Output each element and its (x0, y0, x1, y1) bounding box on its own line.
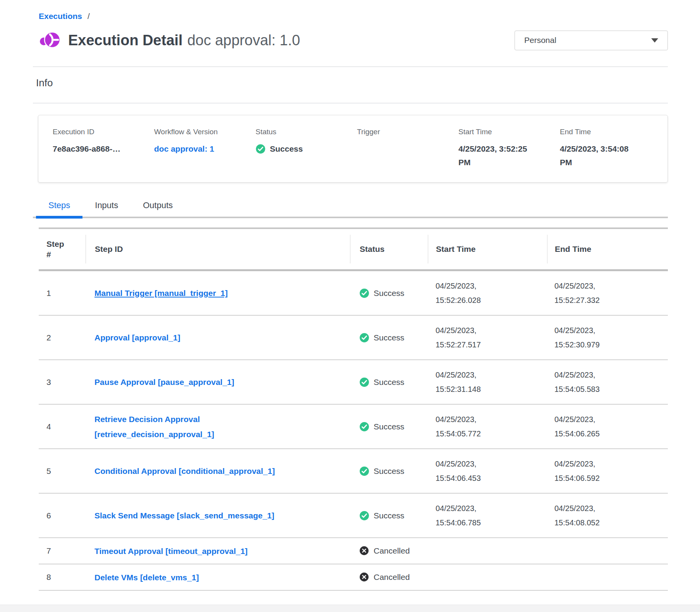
table-row: 4Retrieve Decision Approval[retrieve_dec… (39, 405, 668, 449)
info-divider (33, 103, 668, 103)
execution-id-value: 7e8ac396-a868-… (53, 142, 154, 156)
page-title: Execution Detail (68, 32, 183, 48)
column-header-start-time: Start Time (428, 235, 547, 263)
step-start-time: 04/25/2023,15:54:06.785 (428, 501, 547, 530)
step-link[interactable]: Conditional Approval [conditional_approv… (94, 463, 275, 479)
step-status: Success (374, 511, 404, 520)
column-header-step-id: Step ID (86, 235, 350, 263)
table-row: 8Delete VMs [delete_vms_1]Cancelled (39, 564, 668, 591)
tabbar: Steps Inputs Outputs (33, 200, 668, 218)
step-link[interactable]: Approval [approval_1] (94, 330, 180, 345)
info-heading: Info (36, 77, 668, 89)
step-status: Success (374, 422, 404, 431)
execution-detail-page: Executions/ Execution Detaildoc approval… (33, 0, 668, 591)
steps-table-body: 1Manual Trigger [manual_trigger_1]Succes… (39, 271, 668, 591)
step-link[interactable]: Slack Send Message [slack_send_message_1… (94, 508, 275, 523)
check-circle-icon (359, 288, 369, 298)
status-field: Status Success (256, 128, 357, 182)
check-circle-icon (359, 422, 369, 432)
check-circle-icon (359, 333, 369, 343)
workflow-version-field: Workflow & Version doc approval: 1 (154, 128, 256, 182)
breadcrumb-separator: / (88, 12, 90, 21)
title-divider (33, 67, 668, 67)
page-bottom-background (0, 605, 700, 612)
step-number: 1 (39, 289, 86, 298)
step-end-time: 04/25/2023,15:54:08.052 (547, 501, 668, 530)
check-circle-icon (359, 466, 369, 476)
end-time-value: 4/25/2023, 3:54:08 PM (560, 142, 639, 169)
workspace-dropdown-value: Personal (524, 36, 556, 45)
start-time-value: 4/25/2023, 3:52:25 PM (458, 142, 538, 169)
step-start-time: 04/25/2023,15:54:05.772 (428, 412, 547, 441)
status-value: Success (270, 142, 303, 156)
step-end-time: 04/25/2023,15:54:05.583 (547, 368, 668, 397)
execution-id-label: Execution ID (53, 128, 154, 136)
step-end-time: 04/25/2023,15:52:30.979 (547, 323, 668, 352)
breadcrumb-link-executions[interactable]: Executions (39, 12, 82, 21)
steps-table: Step # Step ID Status Start Time End Tim… (39, 227, 668, 591)
step-number: 5 (39, 467, 86, 476)
step-number: 7 (39, 546, 86, 556)
step-start-time: 04/25/2023,15:52:27.517 (428, 323, 547, 352)
step-status: Success (374, 378, 404, 387)
tab-inputs[interactable]: Inputs (82, 200, 130, 217)
x-circle-icon (359, 546, 369, 556)
step-number: 4 (39, 422, 86, 431)
step-status: Cancelled (374, 546, 410, 556)
column-header-step-num: Step # (39, 235, 86, 263)
column-header-end-time: End Time (547, 235, 668, 263)
tab-outputs[interactable]: Outputs (130, 200, 185, 217)
table-row: 7Timeout Approval [timeout_approval_1]Ca… (39, 538, 668, 564)
step-number: 8 (39, 573, 86, 582)
x-circle-icon (359, 572, 369, 582)
step-link[interactable]: Retrieve Decision Approval[retrieve_deci… (94, 412, 214, 442)
workflow-version-label: Workflow & Version (154, 128, 256, 136)
table-row: 6Slack Send Message [slack_send_message_… (39, 494, 668, 538)
step-link[interactable]: Pause Approval [pause_approval_1] (94, 374, 234, 390)
end-time-field: End Time 4/25/2023, 3:54:08 PM (560, 128, 667, 182)
check-circle-icon (359, 377, 369, 387)
table-row: 2Approval [approval_1]Success04/25/2023,… (39, 316, 668, 360)
info-card: Execution ID 7e8ac396-a868-… Workflow & … (38, 115, 668, 183)
caret-down-icon (651, 38, 658, 43)
title-row: Execution Detaildoc approval: 1.0 Person… (33, 21, 668, 51)
page-subtitle: doc approval: 1.0 (187, 32, 300, 48)
step-status: Success (374, 333, 404, 342)
step-status: Success (374, 289, 404, 298)
step-link[interactable]: Delete VMs [delete_vms_1] (94, 570, 199, 585)
step-status: Cancelled (374, 573, 410, 582)
column-header-status: Status (350, 235, 428, 263)
step-number: 2 (39, 333, 86, 342)
end-time-label: End Time (560, 128, 667, 136)
workflow-version-link[interactable]: doc approval: 1 (154, 142, 256, 156)
tab-steps[interactable]: Steps (36, 200, 82, 217)
workspace-dropdown[interactable]: Personal (515, 31, 668, 50)
start-time-field: Start Time 4/25/2023, 3:52:25 PM (458, 128, 560, 182)
step-start-time: 04/25/2023,15:54:06.453 (428, 457, 547, 485)
breadcrumb: Executions/ (33, 0, 668, 21)
trigger-field: Trigger (357, 128, 458, 182)
step-end-time: 04/25/2023,15:54:06.265 (547, 412, 668, 441)
trigger-label: Trigger (357, 128, 458, 136)
step-end-time: 04/25/2023,15:54:06.592 (547, 457, 668, 485)
check-circle-icon (359, 511, 369, 521)
step-end-time: 04/25/2023,15:52:27.332 (547, 279, 668, 308)
step-number: 3 (39, 378, 86, 387)
step-start-time: 04/25/2023,15:52:31.148 (428, 368, 547, 397)
workflow-icon (39, 29, 60, 51)
step-start-time: 04/25/2023,15:52:26.028 (428, 279, 547, 308)
table-row: 1Manual Trigger [manual_trigger_1]Succes… (39, 271, 668, 316)
execution-id-field: Execution ID 7e8ac396-a868-… (53, 128, 154, 182)
table-row: 5Conditional Approval [conditional_appro… (39, 449, 668, 494)
step-link[interactable]: Timeout Approval [timeout_approval_1] (94, 544, 248, 559)
steps-table-header: Step # Step ID Status Start Time End Tim… (39, 227, 668, 271)
check-circle-icon (256, 144, 266, 154)
table-row: 3Pause Approval [pause_approval_1]Succes… (39, 360, 668, 405)
status-label: Status (256, 128, 357, 136)
step-number: 6 (39, 511, 86, 520)
step-link[interactable]: Manual Trigger [manual_trigger_1] (94, 285, 228, 301)
step-status: Success (374, 467, 404, 476)
start-time-label: Start Time (458, 128, 560, 136)
